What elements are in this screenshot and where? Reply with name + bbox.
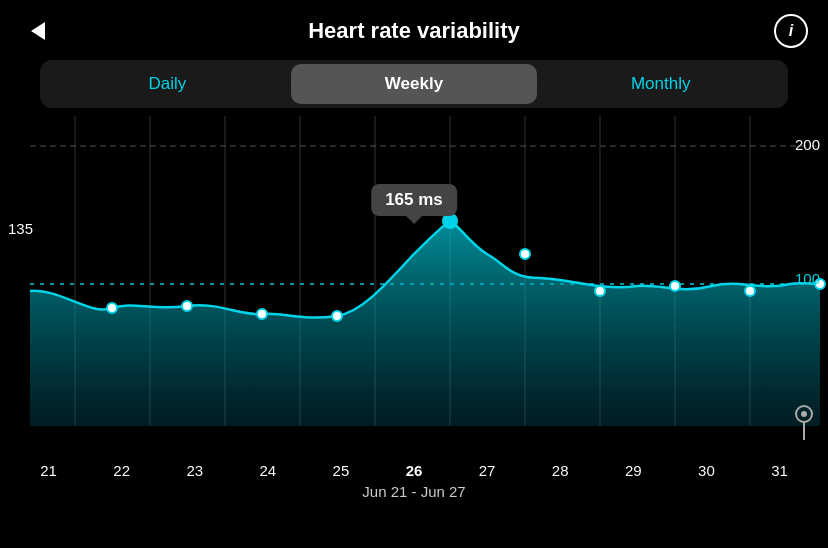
x-label-30: 30 bbox=[670, 462, 743, 479]
svg-point-13 bbox=[182, 301, 192, 311]
svg-point-24 bbox=[801, 411, 807, 417]
svg-point-17 bbox=[520, 249, 530, 259]
chart-svg bbox=[0, 116, 828, 456]
bottom-icon bbox=[790, 404, 818, 448]
x-label-24: 24 bbox=[231, 462, 304, 479]
svg-point-12 bbox=[107, 303, 117, 313]
x-label-31: 31 bbox=[743, 462, 816, 479]
svg-point-18 bbox=[595, 286, 605, 296]
chart-area: 200 135 100 bbox=[0, 116, 828, 456]
info-icon: i bbox=[789, 22, 793, 40]
tab-daily[interactable]: Daily bbox=[44, 64, 291, 104]
x-label-25: 25 bbox=[304, 462, 377, 479]
x-label-22: 22 bbox=[85, 462, 158, 479]
x-label-23: 23 bbox=[158, 462, 231, 479]
back-icon bbox=[31, 22, 45, 40]
y-label-100: 100 bbox=[795, 270, 820, 287]
tab-bar: Daily Weekly Monthly bbox=[40, 60, 788, 108]
svg-point-19 bbox=[670, 281, 680, 291]
date-range: Jun 21 - Jun 27 bbox=[0, 483, 828, 500]
x-label-27: 27 bbox=[451, 462, 524, 479]
svg-point-16 bbox=[443, 214, 457, 228]
svg-point-14 bbox=[257, 309, 267, 319]
tab-monthly[interactable]: Monthly bbox=[537, 64, 784, 104]
y-label-135: 135 bbox=[8, 220, 33, 237]
svg-point-15 bbox=[332, 311, 342, 321]
tab-weekly[interactable]: Weekly bbox=[291, 64, 538, 104]
x-label-29: 29 bbox=[597, 462, 670, 479]
x-label-26-active: 26 bbox=[377, 462, 450, 479]
x-label-21: 21 bbox=[12, 462, 85, 479]
svg-point-20 bbox=[745, 286, 755, 296]
header: Heart rate variability i bbox=[0, 0, 828, 54]
back-button[interactable] bbox=[20, 13, 56, 49]
x-label-28: 28 bbox=[524, 462, 597, 479]
y-label-200: 200 bbox=[795, 136, 820, 153]
info-button[interactable]: i bbox=[774, 14, 808, 48]
x-axis: 21 22 23 24 25 26 27 28 29 30 31 bbox=[0, 456, 828, 479]
page-title: Heart rate variability bbox=[308, 18, 520, 44]
